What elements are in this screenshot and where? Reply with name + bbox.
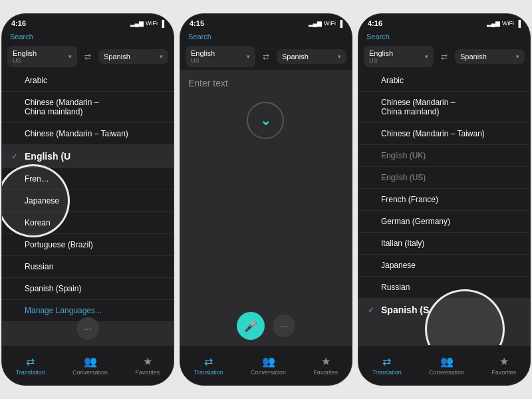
dropdown-item-korean-1[interactable]: Korean	[2, 212, 174, 234]
status-time-1: 4:16	[11, 19, 26, 27]
lang-name-right-3: Spanish	[460, 53, 487, 61]
check-mark-1: ✓	[11, 152, 21, 161]
screen-3: 4:16 ▂▄▆ WiFi ▐ Search English US ▾ ⇄ Sp…	[358, 13, 531, 386]
mic-btn-2[interactable]: 🎤	[237, 312, 265, 340]
nav-bar-2: Search	[180, 30, 352, 43]
dropdown-text-spanish-s-3: Spanish (S	[381, 305, 429, 315]
dropdown-item-spanish-spain-1[interactable]: Spanish (Spain)	[2, 278, 174, 300]
screen-2: 4:15 ▂▄▆ WiFi ▐ Search English US ▾ ⇄ Sp…	[180, 13, 352, 386]
lang-sub-left-1: US	[13, 57, 37, 64]
status-bar-1: 4:16 ▂▄▆ WiFi ▐	[2, 14, 174, 30]
lang-name-right-1: Spanish	[104, 53, 130, 61]
lang-btn-left-text-2: English US	[191, 49, 215, 64]
dropdown-item-portuguese-1[interactable]: Portuguese (Brazil)	[2, 234, 174, 256]
search-link-2[interactable]: Search	[188, 33, 211, 41]
dropdown-text-english-uk-3: English (UK)	[381, 151, 426, 160]
main-content-3: Enter tex… Arabic Chinese (Mandarin –Chi…	[358, 70, 530, 345]
chevron-circle-2[interactable]: ⌄	[247, 102, 284, 139]
chevron-circle-arrow-2: ⌄	[260, 112, 271, 128]
dropdown-item-chinese-mainland-1[interactable]: Chinese (Mandarin –China mainland)	[2, 92, 174, 123]
enter-text-2[interactable]: Enter text	[180, 70, 352, 96]
dropdown-item-german-3[interactable]: German (Germany)	[358, 211, 530, 233]
dropdown-item-english-uk-3[interactable]: English (UK)	[358, 145, 530, 167]
translation-icon-3: ⇄	[382, 355, 391, 368]
tab-favorites-3[interactable]: ★ Favorites	[491, 355, 516, 376]
tab-conversation-1[interactable]: 👥 Conversation	[72, 355, 108, 376]
main-content-2: Enter text 🎤 ··· ⌄	[180, 70, 352, 345]
lang-btn-left-1[interactable]: English US ▾	[7, 46, 77, 67]
lang-btn-right-1[interactable]: Spanish ▾	[98, 49, 168, 64]
dropdown-item-english-us-3[interactable]: English (US)	[358, 167, 530, 189]
tab-conversation-2[interactable]: 👥 Conversation	[251, 355, 286, 376]
conversation-icon-2: 👥	[262, 355, 275, 368]
chevron-left-3: ▾	[425, 53, 428, 60]
status-icons-1: ▂▄▆ WiFi ▐	[130, 20, 164, 27]
tab-conversation-label-3: Conversation	[429, 369, 464, 376]
swap-btn-3[interactable]: ⇄	[436, 49, 452, 65]
dropdown-text-chinese-mainland-1: Chinese (Mandarin –China mainland)	[25, 98, 98, 116]
lang-selector-row-2: English US ▾ ⇄ Spanish ▾	[180, 43, 352, 70]
lang-btn-left-2[interactable]: English US ▾	[186, 46, 255, 67]
dropdown-item-french-1[interactable]: Fren…	[2, 168, 174, 190]
tab-translation-3[interactable]: ⇄ Translation	[372, 355, 402, 376]
dropdown-item-chinese-mainland-3[interactable]: Chinese (Mandarin –China mainland)	[358, 92, 530, 123]
dropdown-item-arabic-1[interactable]: Arabic	[2, 70, 174, 92]
dropdown-overlay-1: Arabic Chinese (Mandarin –China mainland…	[2, 70, 174, 190]
dropdown-item-japanese-1[interactable]: Japanese	[2, 190, 174, 212]
dropdown-item-japanese-3[interactable]: Japanese	[358, 255, 530, 277]
more-btn-2[interactable]: ···	[273, 315, 295, 337]
lang-sub-left-2: US	[191, 57, 215, 64]
dropdown-overlay-3: Arabic Chinese (Mandarin –China mainland…	[358, 70, 530, 322]
search-link-3[interactable]: Search	[366, 33, 390, 41]
dropdown-item-arabic-3[interactable]: Arabic	[358, 70, 530, 92]
tab-conversation-3[interactable]: 👥 Conversation	[429, 355, 464, 376]
tab-favorites-1[interactable]: ★ Favorites	[135, 355, 160, 376]
tab-translation-2[interactable]: ⇄ Translation	[194, 355, 223, 376]
lang-btn-right-3[interactable]: Spanish ▾	[455, 49, 525, 64]
lang-btn-left-text-1: English US	[13, 49, 37, 64]
favorites-icon-1: ★	[143, 355, 152, 368]
lang-btn-right-2[interactable]: Spanish ▾	[277, 49, 346, 64]
favorites-icon-2: ★	[321, 355, 331, 368]
dropdown-text-french-1: Fren…	[25, 174, 49, 184]
dropdown-item-french-3[interactable]: French (France)	[358, 189, 530, 211]
lang-name-left-2: English	[191, 49, 215, 57]
wifi-icon-1: WiFi	[146, 20, 158, 27]
dropdown-item-spanish-s-3[interactable]: ✓ Spanish (S	[358, 299, 530, 322]
tab-favorites-label-2: Favorites	[313, 369, 338, 376]
status-icons-3: ▂▄▆ WiFi ▐	[487, 20, 521, 27]
swap-btn-2[interactable]: ⇄	[258, 49, 274, 65]
lang-selector-row-1: English US ▾ ⇄ Spanish ▾	[2, 43, 174, 70]
dropdown-item-italian-3[interactable]: Italian (Italy)	[358, 233, 530, 255]
tab-favorites-label-1: Favorites	[135, 369, 160, 376]
dropdown-text-english-us-1: English (U	[25, 151, 70, 162]
more-btn-1[interactable]: ···	[76, 317, 99, 340]
dropdown-item-russian-1[interactable]: Russian	[2, 256, 174, 278]
main-content-1: Arabic Chinese (Mandarin –China mainland…	[2, 70, 174, 345]
lang-btn-right-text-2: Spanish	[282, 53, 309, 61]
search-link-1[interactable]: Search	[10, 33, 33, 41]
dropdown-item-chinese-taiwan-3[interactable]: Chinese (Mandarin – Taiwan)	[358, 123, 530, 145]
lang-name-left-3: English	[369, 49, 393, 57]
mic-area-1: ···	[2, 317, 174, 340]
dropdown-text-russian-1: Russian	[25, 262, 53, 271]
dropdown-text-arabic-3: Arabic	[381, 76, 404, 85]
dropdown-item-russian-3[interactable]: Russian	[358, 277, 530, 299]
status-bar-2: 4:15 ▂▄▆ WiFi ▐	[180, 14, 352, 30]
dropdown-text-chinese-taiwan-3: Chinese (Mandarin – Taiwan)	[381, 129, 485, 138]
conversation-icon-1: 👥	[84, 355, 97, 368]
lang-btn-left-3[interactable]: English US ▾	[364, 46, 434, 67]
dropdown-text-japanese-3: Japanese	[381, 261, 416, 270]
dropdown-item-chinese-taiwan-1[interactable]: Chinese (Mandarin – Taiwan)	[2, 123, 174, 145]
dropdown-text-chinese-mainland-3: Chinese (Mandarin –China mainland)	[381, 98, 455, 116]
swap-btn-1[interactable]: ⇄	[80, 49, 96, 65]
favorites-icon-3: ★	[499, 355, 509, 368]
signal-icon-3: ▂▄▆	[487, 20, 500, 27]
tab-favorites-2[interactable]: ★ Favorites	[313, 355, 338, 376]
dropdown-item-english-us-1[interactable]: ✓ English (U	[2, 145, 174, 168]
tab-translation-1[interactable]: ⇄ Translation	[16, 355, 45, 376]
tab-translation-label-2: Translation	[194, 369, 223, 376]
lang-btn-right-text-3: Spanish	[460, 53, 487, 61]
tab-conversation-label-1: Conversation	[72, 369, 108, 376]
battery-icon-1: ▐	[160, 20, 164, 27]
